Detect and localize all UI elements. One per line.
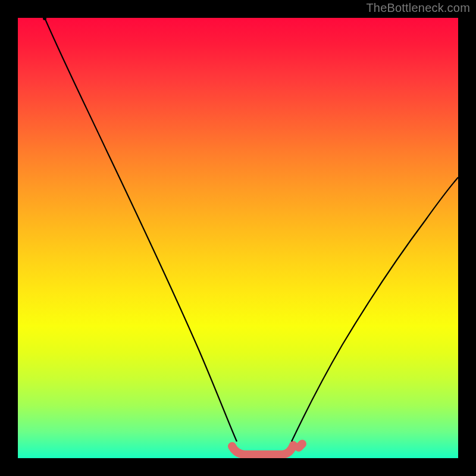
chart-frame: TheBottleneck.com: [0, 0, 476, 476]
curve-right-branch: [292, 177, 458, 441]
plot-area: [18, 18, 458, 458]
watermark-text: TheBottleneck.com: [366, 1, 470, 15]
optimal-range-marker-stub: [299, 444, 302, 447]
bottleneck-curve-svg: [18, 18, 458, 458]
curve-left-branch: [45, 18, 237, 441]
optimal-range-marker: [232, 445, 293, 455]
